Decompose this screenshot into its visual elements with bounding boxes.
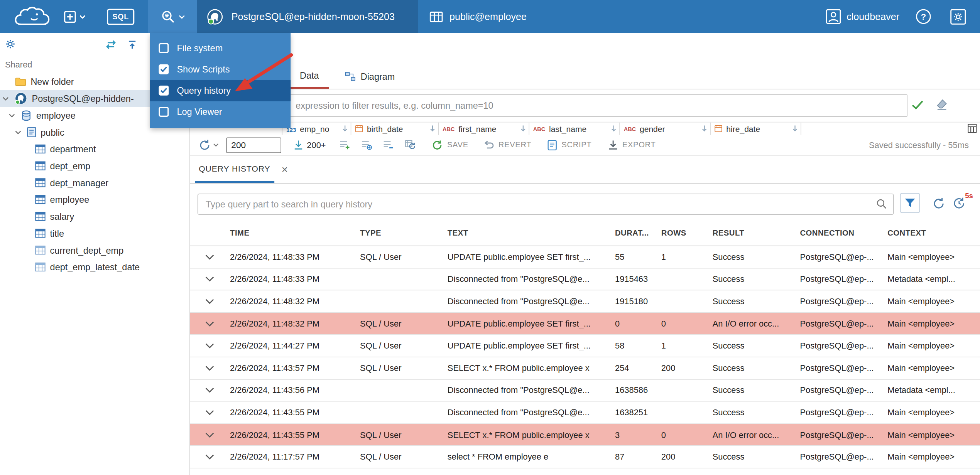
- apply-filter-button[interactable]: [911, 100, 924, 110]
- column-time[interactable]: TIME: [228, 229, 358, 238]
- column-type[interactable]: TYPE: [358, 229, 445, 238]
- tree-item-table[interactable]: salary: [0, 208, 189, 225]
- column-header-emp-no[interactable]: 123 emp_no: [282, 123, 351, 135]
- export-button[interactable]: EXPORT: [608, 140, 656, 150]
- row-limit-input[interactable]: [226, 137, 281, 153]
- column-duration[interactable]: DURAT...: [613, 229, 659, 238]
- add-row-button[interactable]: [340, 140, 350, 150]
- menu-item-file-system[interactable]: File system: [150, 37, 291, 59]
- schema-selector[interactable]: public@employee: [429, 11, 527, 22]
- tree-item-view[interactable]: dept_emp_latest_date: [0, 259, 189, 276]
- tree-item-table[interactable]: dept_manager: [0, 174, 189, 191]
- column-result[interactable]: RESULT: [710, 229, 798, 238]
- query-history-row[interactable]: 2/26/2024, 11:44:27 PM SQL / User UPDATE…: [190, 335, 980, 357]
- expand-row-button[interactable]: [190, 343, 227, 349]
- tab-query-history[interactable]: QUERY HISTORY: [195, 156, 274, 183]
- fetch-more-button[interactable]: 200+: [294, 140, 326, 150]
- user-menu-button[interactable]: cloudbeaver: [825, 9, 899, 24]
- sort-arrow-icon[interactable]: [520, 124, 526, 132]
- duplicate-row-button[interactable]: [362, 140, 372, 150]
- checkbox-checked[interactable]: [159, 86, 169, 96]
- auto-refresh-button[interactable]: [953, 197, 966, 210]
- view-menu-button[interactable]: [148, 0, 197, 33]
- refresh-results-button[interactable]: [199, 139, 219, 151]
- tree-item-table[interactable]: employee: [0, 191, 189, 208]
- menu-item-query-history[interactable]: Query history: [150, 80, 291, 101]
- expand-row-button[interactable]: [190, 387, 227, 393]
- history-refresh-button[interactable]: [933, 197, 945, 210]
- expand-row-button[interactable]: [190, 432, 227, 438]
- help-button[interactable]: ?: [916, 9, 931, 24]
- expand-row-button[interactable]: [190, 298, 227, 304]
- query-history-row[interactable]: 2/26/2024, 11:48:32 PM SQL / User UPDATE…: [190, 313, 980, 335]
- tree-item-table[interactable]: department: [0, 140, 189, 157]
- delete-row-button[interactable]: [384, 140, 394, 150]
- sync-connections-button[interactable]: [105, 40, 117, 49]
- query-history-row[interactable]: 2/26/2024, 11:43:55 PM SQL / User SELECT…: [190, 424, 980, 446]
- new-connection-button[interactable]: [64, 10, 86, 23]
- tree-item-table[interactable]: dept_emp: [0, 157, 189, 174]
- column-rows[interactable]: ROWS: [659, 229, 710, 238]
- query-history-row[interactable]: 2/26/2024, 11:48:32 PM Disconnected from…: [190, 291, 980, 313]
- tab-data[interactable]: Data: [290, 64, 329, 89]
- filter-expression-input[interactable]: [195, 94, 907, 117]
- save-button[interactable]: SAVE: [432, 140, 468, 150]
- expand-row-button[interactable]: [190, 276, 227, 282]
- chevron-down-icon[interactable]: [9, 113, 16, 117]
- expand-row-button[interactable]: [190, 410, 227, 416]
- connection-selector[interactable]: PostgreSQL@ep-hidden-moon-55203: [197, 0, 418, 33]
- checkbox-checked[interactable]: [159, 64, 169, 74]
- close-icon[interactable]: ×: [282, 164, 288, 175]
- sort-arrow-icon[interactable]: [792, 124, 798, 132]
- tree-item-table[interactable]: title: [0, 225, 189, 242]
- revert-button[interactable]: REVERT: [483, 140, 532, 150]
- column-header-hire-date[interactable]: hire_date: [711, 123, 801, 135]
- tree-item-label: title: [50, 228, 64, 238]
- new-sql-editor-button[interactable]: SQL: [107, 8, 135, 25]
- script-button[interactable]: SCRIPT: [548, 140, 592, 150]
- column-header-gender[interactable]: ABC gender: [620, 123, 711, 135]
- menu-item-show-scripts[interactable]: Show Scripts: [150, 59, 291, 80]
- column-context[interactable]: CONTEXT: [885, 229, 980, 238]
- column-header-birth-date[interactable]: birth_date: [351, 123, 439, 135]
- expand-row-button[interactable]: [190, 254, 227, 260]
- query-history-search-input[interactable]: [198, 194, 894, 215]
- column-connection[interactable]: CONNECTION: [798, 229, 885, 238]
- sort-arrow-icon[interactable]: [701, 124, 708, 132]
- sidebar-settings-button[interactable]: [5, 39, 16, 49]
- cell-context: Main <employee>: [885, 363, 980, 372]
- query-history-row[interactable]: 2/26/2024, 11:48:33 PM Disconnected from…: [190, 268, 980, 291]
- query-history-row[interactable]: 2/26/2024, 11:43:57 PM SQL / User SELECT…: [190, 357, 980, 380]
- column-header-first-name[interactable]: ABC first_name: [439, 123, 529, 135]
- expand-row-button[interactable]: [190, 321, 227, 327]
- sort-arrow-icon[interactable]: [342, 124, 348, 132]
- history-filter-button[interactable]: [900, 193, 920, 213]
- column-header-last-name[interactable]: ABC last_name: [529, 123, 620, 135]
- query-history-row[interactable]: 2/26/2024, 11:43:55 PM Disconnected from…: [190, 402, 980, 424]
- clear-filter-button[interactable]: [935, 99, 948, 111]
- sort-arrow-icon[interactable]: [429, 124, 436, 132]
- expand-row-button[interactable]: [190, 454, 227, 460]
- tab-diagram[interactable]: Diagram: [339, 64, 401, 89]
- refresh-grid-button[interactable]: [405, 140, 416, 150]
- sort-arrow-icon[interactable]: [611, 124, 617, 132]
- chevron-down-icon[interactable]: [2, 96, 10, 100]
- query-history-row[interactable]: 2/26/2024, 11:17:57 PM SQL / User select…: [190, 446, 980, 468]
- grid-settings-button[interactable]: [964, 123, 980, 135]
- grid-icon: [967, 124, 977, 133]
- chevron-down-icon[interactable]: [15, 130, 22, 134]
- query-history-row[interactable]: 2/26/2024, 11:48:33 PM SQL / User UPDATE…: [190, 246, 980, 268]
- menu-item-log-viewer[interactable]: Log Viewer: [150, 101, 291, 122]
- settings-button[interactable]: [950, 8, 966, 25]
- checkbox-unchecked[interactable]: [159, 43, 169, 53]
- cell-text: UPDATE public.employee SET first_...: [445, 319, 612, 328]
- collapse-all-button[interactable]: [127, 40, 137, 49]
- column-text[interactable]: TEXT: [445, 229, 612, 238]
- expand-row-button[interactable]: [190, 365, 227, 371]
- search-icon[interactable]: [876, 199, 887, 209]
- cloudbeaver-logo[interactable]: [9, 6, 56, 27]
- tree-item-view[interactable]: current_dept_emp: [0, 242, 189, 259]
- checkbox-unchecked[interactable]: [159, 107, 169, 117]
- cell-context: Main <employee>: [885, 319, 980, 328]
- query-history-row[interactable]: 2/26/2024, 11:43:56 PM Disconnected from…: [190, 379, 980, 402]
